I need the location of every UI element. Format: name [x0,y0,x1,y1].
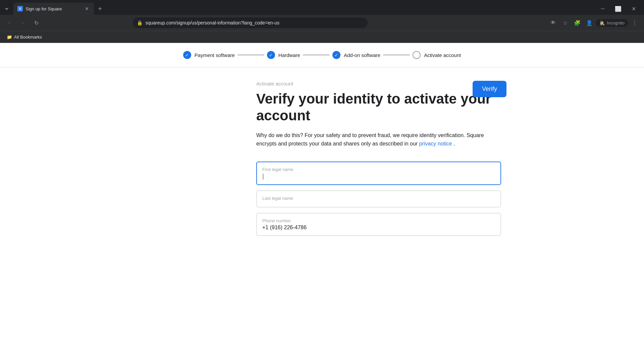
tab-title: Sign up for Square [25,6,82,11]
main-content: Verify Activate account Verify your iden… [138,67,506,255]
description: Why do we do this? For your safety and t… [256,131,501,148]
extensions-icon[interactable]: 🧩 [572,17,583,28]
all-bookmarks[interactable]: 📁 All Bookmarks [4,33,45,41]
incognito-label: Incognito [607,20,625,25]
back-button[interactable]: ← [4,17,15,28]
tab-close-button[interactable]: ✕ [84,6,90,12]
eye-slash-icon[interactable]: 👁 [548,17,558,28]
last-name-label: Last legal name [262,196,495,201]
step-hardware: ✓ Hardware [267,51,300,59]
step-payment-software: ✓ Payment software [183,51,235,59]
menu-button[interactable]: ⋮ [629,17,640,28]
step-connector-1 [237,55,264,55]
phone-value: +1 (916) 226-4786 [262,225,495,231]
close-button[interactable]: ✕ [626,3,641,15]
maximize-button[interactable]: ⬜ [610,3,626,15]
active-tab[interactable]: S Sign up for Square ✕ [13,3,94,15]
forward-button[interactable]: → [17,17,28,28]
step-label-add-on-software: Add-on software [344,52,380,58]
page-title: Verify your identity to activate your ac… [256,90,506,124]
address-bar-actions: 👁 ☆ 🧩 👤 🕵 Incognito ⋮ [548,17,640,28]
verify-button[interactable]: Verify [473,81,506,97]
minimize-button[interactable]: ─ [595,3,610,15]
reload-button[interactable]: ↻ [31,17,42,28]
step-icon-payment-software: ✓ [183,51,191,59]
url-bar[interactable]: 🔒 squareup.com/signup/us/personal-inform… [133,17,368,28]
address-bar: ← → ↻ 🔒 squareup.com/signup/us/personal-… [0,15,644,31]
incognito-badge[interactable]: 🕵 Incognito [596,19,628,27]
bookmarks-bar: 📁 All Bookmarks [0,31,644,43]
first-name-label: First legal name [262,167,495,172]
browser-chrome: S Sign up for Square ✕ + ─ ⬜ ✕ ← → ↻ 🔒 s… [0,0,644,43]
step-icon-add-on-software: ✓ [332,51,340,59]
progress-bar: ✓ Payment software ✓ Hardware ✓ Add-on s… [0,43,644,67]
tab-favicon: S [17,6,23,11]
step-connector-2 [303,55,330,55]
step-connector-3 [383,55,410,55]
folder-icon: 📁 [7,35,12,40]
text-cursor [263,174,263,180]
privacy-notice-link[interactable]: privacy notice [419,141,452,146]
step-label-hardware: Hardware [278,52,300,58]
section-label: Activate account [256,81,293,86]
url-text: squareup.com/signup/us/personal-informat… [145,20,279,25]
incognito-icon: 🕵 [599,20,605,25]
new-tab-button[interactable]: + [95,4,105,13]
description-end: . [453,141,455,146]
page-content: ✓ Payment software ✓ Hardware ✓ Add-on s… [0,43,644,362]
step-label-payment-software: Payment software [195,52,235,58]
first-name-field-wrapper[interactable]: First legal name [256,162,501,185]
bookmarks-label: All Bookmarks [14,35,42,40]
profile-icon[interactable]: 👤 [584,17,595,28]
phone-label: Phone number [262,218,495,223]
step-icon-hardware: ✓ [267,51,275,59]
step-icon-activate-account [413,51,421,59]
lock-icon: 🔒 [137,20,143,25]
first-name-cursor [262,173,495,180]
last-name-field-wrapper[interactable]: Last legal name [256,190,501,207]
tab-list-button[interactable] [0,3,13,15]
step-label-activate-account: Activate account [424,52,461,58]
step-add-on-software: ✓ Add-on software [332,51,380,59]
window-controls: ─ ⬜ ✕ [595,3,644,15]
tab-bar: S Sign up for Square ✕ + ─ ⬜ ✕ [0,0,644,15]
bookmark-icon[interactable]: ☆ [560,17,571,28]
phone-field-wrapper[interactable]: Phone number +1 (916) 226-4786 [256,213,501,236]
step-activate-account: Activate account [413,51,461,59]
